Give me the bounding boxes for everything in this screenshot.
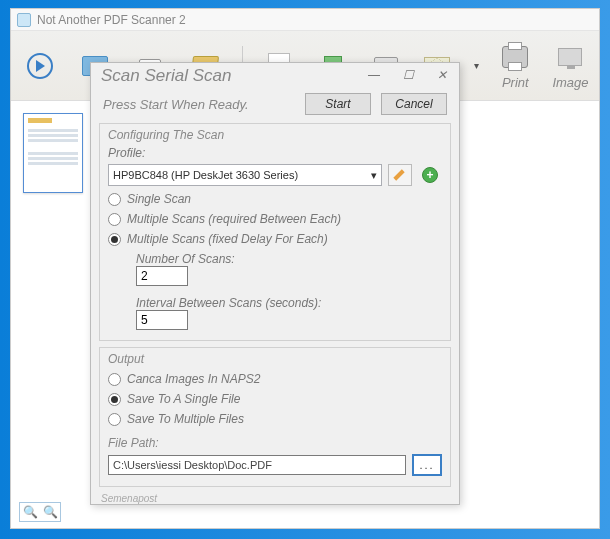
- radio-icon: [108, 393, 121, 406]
- radio-multi-files-label: Save To Multiple Files: [127, 412, 244, 426]
- radio-single-file-label: Save To A Single File: [127, 392, 240, 406]
- toolbar-scan-button[interactable]: [21, 50, 58, 82]
- radio-multi-required[interactable]: Multiple Scans (required Between Each): [108, 212, 442, 226]
- configure-group: Configuring The Scan Profile: HP9BC848 (…: [99, 123, 451, 341]
- file-path-input[interactable]: [108, 455, 406, 475]
- radio-cancel-label: Canca Images In NAPS2: [127, 372, 260, 386]
- file-path-label: File Path:: [108, 436, 442, 450]
- app-icon: [17, 13, 31, 27]
- chevron-down-icon: ▾: [371, 169, 377, 182]
- interval-label: Interval Between Scans (seconds):: [136, 296, 442, 310]
- printer-icon: [502, 46, 528, 68]
- num-scans-input[interactable]: [136, 266, 188, 286]
- num-scans-label: Number Of Scans:: [136, 252, 442, 266]
- plus-icon: +: [422, 167, 438, 183]
- dialog-title: Scan Serial Scan: [101, 66, 231, 86]
- cancel-button[interactable]: Cancel: [381, 93, 447, 115]
- radio-single-label: Single Scan: [127, 192, 191, 206]
- dialog-prompt: Press Start When Ready.: [103, 97, 295, 112]
- edit-profile-button[interactable]: [388, 164, 412, 186]
- image-label: Image: [552, 75, 588, 90]
- profile-value: HP9BC848 (HP DeskJet 3630 Series): [113, 169, 298, 181]
- profile-label: Profile:: [108, 146, 145, 160]
- add-profile-button[interactable]: +: [418, 164, 442, 186]
- radio-single-scan[interactable]: Single Scan: [108, 192, 442, 206]
- toolbar-image-button[interactable]: Image: [552, 41, 589, 90]
- print-label: Print: [502, 75, 529, 90]
- radio-icon: [108, 213, 121, 226]
- radio-icon: [108, 233, 121, 246]
- pencil-icon: [393, 168, 407, 182]
- app-title: Not Another PDF Scanner 2: [37, 13, 186, 27]
- configure-group-title: Configuring The Scan: [108, 128, 442, 142]
- output-group-title: Output: [108, 352, 442, 366]
- profile-select[interactable]: HP9BC848 (HP DeskJet 3630 Series) ▾: [108, 164, 382, 186]
- page-thumbnail[interactable]: [23, 113, 83, 193]
- start-button[interactable]: Start: [305, 93, 371, 115]
- scan-dialog: Scan Serial Scan — ☐ ✕ Press Start When …: [90, 62, 460, 505]
- dropdown-caret-icon[interactable]: ▾: [474, 60, 479, 71]
- close-button[interactable]: ✕: [427, 65, 457, 85]
- radio-cancel-images[interactable]: Canca Images In NAPS2: [108, 372, 442, 386]
- zoom-in-button[interactable]: 🔍: [40, 503, 60, 521]
- zoom-out-button[interactable]: 🔍: [20, 503, 40, 521]
- interval-input[interactable]: [136, 310, 188, 330]
- radio-icon: [108, 413, 121, 426]
- radio-multi-fixed[interactable]: Multiple Scans (fixed Delay For Each): [108, 232, 442, 246]
- toolbar-print-button[interactable]: Print: [497, 41, 534, 90]
- zoom-controls: 🔍 🔍: [19, 502, 61, 522]
- play-icon: [27, 53, 53, 79]
- radio-icon: [108, 373, 121, 386]
- screen-icon: [558, 48, 582, 66]
- radio-multi-files[interactable]: Save To Multiple Files: [108, 412, 442, 426]
- radio-single-file[interactable]: Save To A Single File: [108, 392, 442, 406]
- dialog-footer-text: Semenapost: [101, 493, 459, 504]
- radio-multi-fixed-label: Multiple Scans (fixed Delay For Each): [127, 232, 328, 246]
- maximize-button[interactable]: ☐: [393, 65, 423, 85]
- minimize-button[interactable]: —: [359, 65, 389, 85]
- titlebar: Not Another PDF Scanner 2: [11, 9, 599, 31]
- radio-icon: [108, 193, 121, 206]
- radio-multi-req-label: Multiple Scans (required Between Each): [127, 212, 341, 226]
- browse-button[interactable]: ...: [412, 454, 442, 476]
- output-group: Output Canca Images In NAPS2 Save To A S…: [99, 347, 451, 487]
